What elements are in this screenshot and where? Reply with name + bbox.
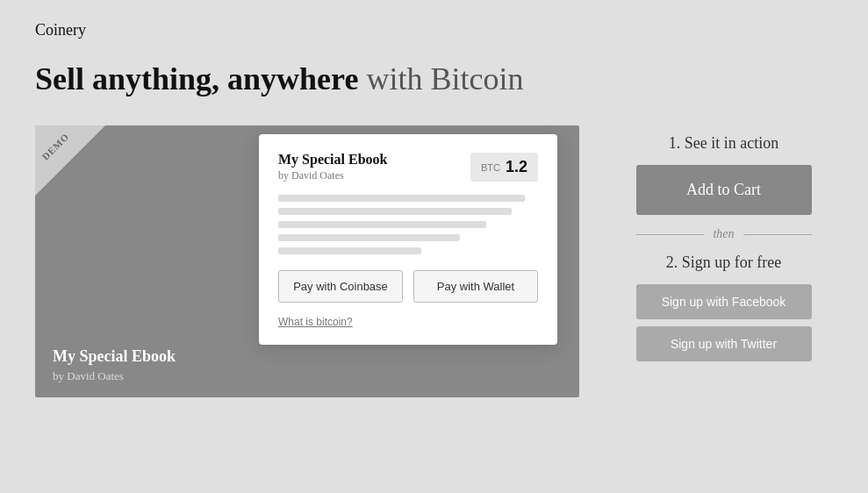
desc-line-3 [278, 221, 486, 228]
what-bitcoin-link[interactable]: What is bitcoin? [278, 316, 353, 328]
payment-buttons: Pay with Coinbase Pay with Wallet [278, 270, 538, 303]
signup-facebook-button[interactable]: Sign up with Facebook [636, 284, 812, 319]
btc-label: BTC [481, 162, 500, 173]
modal-title: My Special Ebook [278, 152, 387, 168]
divider-right [743, 234, 812, 235]
headline: Sell anything, anywhere with Bitcoin [35, 61, 833, 97]
main-content: DEMO My Special Ebook by David Oates My … [35, 125, 833, 397]
headline-main: Sell anything, anywhere [35, 61, 358, 96]
modal-header: My Special Ebook by David Oates BTC 1.2 [278, 152, 538, 182]
desc-line-1 [278, 195, 525, 202]
btc-price-badge: BTC 1.2 [470, 153, 538, 182]
pay-coinbase-button[interactable]: Pay with Coinbase [278, 270, 403, 303]
then-divider: then [636, 227, 812, 241]
demo-badge-text: DEMO [39, 131, 71, 162]
pay-wallet-button[interactable]: Pay with Wallet [413, 270, 538, 303]
cta-section: 1. See it in action Add to Cart then 2. … [614, 125, 833, 368]
desc-line-4 [278, 234, 460, 241]
add-to-cart-button[interactable]: Add to Cart [636, 165, 812, 215]
headline-sub: with Bitcoin [366, 61, 523, 96]
modal-author: by David Oates [278, 169, 387, 182]
cta-step2-label: 2. Sign up for free [666, 254, 781, 272]
product-card-author: by David Oates [53, 369, 176, 383]
then-label: then [713, 227, 734, 241]
brand-logo: Coinery [35, 21, 833, 39]
desc-line-2 [278, 208, 512, 215]
signup-twitter-button[interactable]: Sign up with Twitter [636, 326, 812, 361]
demo-badge: DEMO [35, 125, 105, 196]
modal-product-info: My Special Ebook by David Oates [278, 152, 387, 182]
cta-step1-label: 1. See it in action [669, 134, 778, 153]
description-placeholder [278, 195, 538, 254]
page-wrapper: Coinery Sell anything, anywhere with Bit… [0, 0, 868, 418]
payment-modal: My Special Ebook by David Oates BTC 1.2 [259, 134, 557, 345]
product-card-title: My Special Ebook [53, 347, 176, 366]
product-info-overlay: My Special Ebook by David Oates [35, 333, 193, 397]
product-area: DEMO My Special Ebook by David Oates My … [35, 125, 579, 397]
divider-left [636, 234, 705, 235]
btc-value: 1.2 [506, 158, 527, 176]
desc-line-5 [278, 247, 421, 254]
